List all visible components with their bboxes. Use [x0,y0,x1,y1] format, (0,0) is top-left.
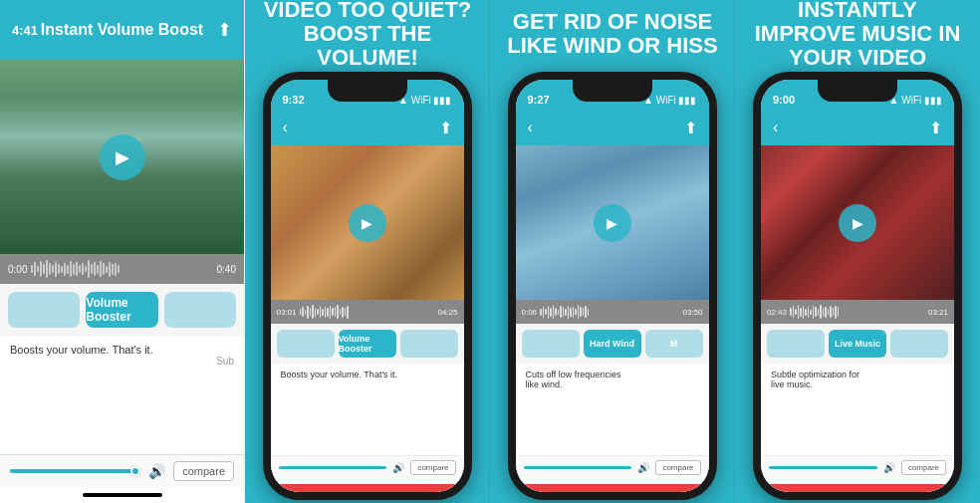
panel-3-compare[interactable]: compare [655,460,700,475]
w4-15 [825,307,827,318]
filter-btn-right[interactable] [164,292,236,328]
w3-10 [563,307,565,317]
play-button[interactable]: ▶ [100,134,145,180]
panel-2-waveform: 03:01 [271,300,464,324]
w2-19 [345,308,347,316]
w4-12 [818,309,820,316]
description-text: Boosts your volume. That's it. [10,344,234,356]
panel-3-play-button[interactable]: ▶ [594,204,631,242]
panel-3-status-icons: ▲ WiFi ▮▮▮ [643,95,696,106]
panel-2-compare[interactable]: compare [410,460,455,475]
w4-7 [805,309,807,316]
panel-2-play-button[interactable]: ▶ [349,204,386,242]
panel-4-home [761,479,954,492]
panel-4-filter-left[interactable] [767,330,825,358]
w3-12 [568,306,570,319]
w2-12 [327,308,329,317]
panel-2-top-bar: ‹ ⬆ [271,110,464,145]
filter-buttons: Volume Booster [0,284,244,336]
panel-3-slider[interactable] [524,466,632,469]
panel-4-home-bar [828,484,887,487]
waveform-bar-7 [49,263,51,275]
w2-17 [340,309,342,315]
waveform-bar-29 [115,263,117,276]
w3-4 [548,306,550,319]
w3-16 [578,305,580,319]
panel-3-back-icon[interactable]: ‹ [528,119,533,136]
panel-4-compare[interactable]: compare [901,460,946,475]
panel-4-status-bar: 9:00 ▲ WiFi ▮▮▮ [761,80,954,110]
w2-4 [307,306,309,319]
panel-2-share-icon[interactable]: ⬆ [439,119,452,137]
panel-4-filter-right[interactable] [890,330,948,358]
panel-1-top-bar: 4:41 Instant Volume Boost ⬆ [0,0,244,60]
panel-4-description: Subtle optimization for live music. [761,364,954,455]
w4-18 [833,308,835,316]
home-indicator [0,487,244,503]
panel-2-phone-container: 9:32 ▲ WiFi ▮▮▮ ‹ ⬆ ▶ 03:01 [245,68,489,503]
w3-5 [550,308,552,317]
panel-2-time: 9:32 [283,94,305,106]
w4-8 [808,307,810,318]
waveform-bar-12 [64,263,66,276]
waveform-bar: 0:00 [0,254,244,284]
panel-4-end-time: 03:21 [928,308,948,317]
waveform-bar-28 [112,264,114,275]
w3-6 [553,305,555,319]
panel-3-waveform: 0:06 [516,300,709,324]
panel-3-filter-right[interactable]: M [645,330,703,358]
w2-2 [302,307,304,317]
panel-2-video: ▶ [271,145,464,300]
description-area: Boosts your volume. That's it. Sub [0,336,244,454]
panel-4-active-filter[interactable]: Live Music [829,330,886,358]
panel-4-back-icon[interactable]: ‹ [773,119,778,136]
w2-20 [347,306,349,319]
waveform-bar-11 [61,266,63,273]
waveform-bar-14 [70,261,72,277]
w4-20 [838,307,840,317]
waveform-bar-25 [103,263,105,275]
volume-booster-btn[interactable]: Volume Booster [86,292,157,328]
panel-2-back-icon[interactable]: ‹ [283,119,288,136]
share-icon[interactable]: ⬆ [217,19,232,41]
w3-8 [558,310,560,315]
waveform-bar-21 [91,264,93,274]
panel-2-end-time: 04:25 [437,308,457,317]
w4-2 [793,306,795,318]
panel-2-slider[interactable] [279,466,387,469]
panel-2-filter-left[interactable] [277,330,335,358]
panel-3-share-icon[interactable]: ⬆ [684,119,697,137]
filter-btn-left[interactable] [8,292,80,328]
panel-2-status-bar: 9:32 ▲ WiFi ▮▮▮ [271,80,464,110]
w2-10 [322,309,324,316]
panel-2-home [271,479,464,492]
panel-1: 4:41 Instant Volume Boost ⬆ ▶ 0:00 [0,0,245,503]
panel-4-filter-row: Live Music [761,324,954,364]
panel-3-filter-left[interactable] [522,330,580,358]
panel-2-filter-right[interactable] [400,330,458,358]
w4-11 [815,307,817,317]
panel-4-time: 9:00 [773,94,795,106]
w3-7 [555,308,557,316]
panel-4-slider[interactable] [769,466,877,469]
panel-3-volume-icon: 🔊 [637,462,649,473]
waveform-bar-2 [34,262,36,276]
panel-3-header: GET RID OF NOISE LIKE WIND OR HISS [490,0,735,68]
waveform-bar-1 [31,265,33,273]
w3-2 [543,307,545,318]
panel-4-share-icon[interactable]: ⬆ [929,119,942,137]
panel-2-active-filter[interactable]: Volume Booster [339,330,396,358]
panel-4-top-bar: ‹ ⬆ [761,110,954,145]
waveform-bar-19 [85,266,87,272]
panel-4-status-icons: ▲ WiFi ▮▮▮ [889,95,942,106]
w4-1 [790,308,792,316]
volume-slider[interactable] [10,469,140,473]
compare-button[interactable]: compare [173,461,234,481]
panel-3-active-filter[interactable]: Hard Wind [584,330,641,358]
w2-7 [315,308,317,317]
panel-4-waveform-visual [790,304,925,320]
waveform-bar-6 [46,260,48,278]
panel-4-play-button[interactable]: ▶ [839,204,876,242]
w2-8 [317,309,319,315]
waveform-bar-23 [97,265,99,274]
